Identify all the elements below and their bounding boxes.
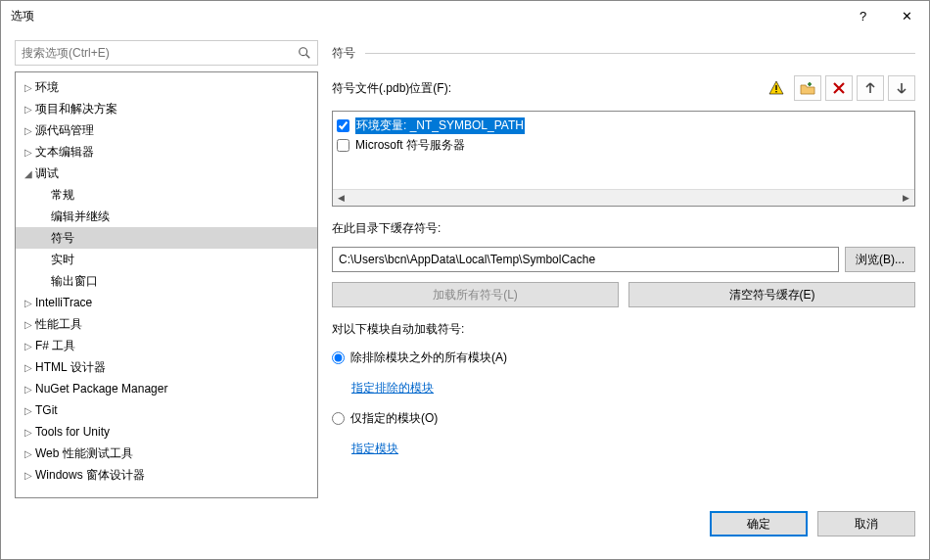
options-tree[interactable]: ▷环境▷项目和解决方案▷源代码管理▷文本编辑器◢调试常规编辑并继续符号实时输出窗… [15, 71, 318, 498]
svg-line-1 [306, 55, 310, 59]
locations-label: 符号文件(.pdb)位置(F): [332, 80, 751, 97]
browse-button[interactable]: 浏览(B)... [845, 247, 915, 272]
tree-item[interactable]: ▷Tools for Unity [16, 421, 317, 443]
add-folder-button[interactable] [794, 75, 821, 101]
list-item-checkbox[interactable] [337, 139, 349, 152]
tree-item[interactable]: ▷源代码管理 [16, 119, 317, 141]
auto-load-label: 对以下模块自动加载符号: [332, 321, 915, 338]
ok-button[interactable]: 确定 [710, 511, 808, 537]
svg-rect-3 [775, 91, 776, 92]
tree-item[interactable]: ◢调试 [16, 163, 317, 184]
help-button[interactable]: ? [841, 1, 885, 30]
tree-item-label: Tools for Unity [35, 425, 110, 439]
tree-item[interactable]: 编辑并继续 [16, 206, 317, 227]
tree-item[interactable]: ▷IntelliTrace [16, 292, 317, 313]
expand-icon[interactable]: ▷ [22, 448, 35, 459]
expand-icon[interactable]: ▷ [22, 298, 35, 308]
expand-icon[interactable]: ▷ [22, 341, 35, 351]
scroll-right-icon[interactable]: ▶ [898, 190, 914, 206]
tree-item-label: 环境 [35, 79, 59, 96]
delete-button[interactable] [825, 75, 853, 101]
expand-icon[interactable]: ▷ [22, 125, 35, 136]
expand-icon[interactable]: ▷ [22, 104, 35, 115]
radio-only-specified[interactable]: 仅指定的模块(O) [332, 408, 915, 429]
tree-item-label: 符号 [51, 230, 74, 247]
search-input[interactable] [16, 41, 292, 65]
list-item-text: 环境变量: _NT_SYMBOL_PATH [355, 117, 525, 134]
tree-item[interactable]: ▷HTML 设计器 [16, 356, 317, 378]
tree-item-label: 调试 [35, 165, 59, 182]
radio-only-input[interactable] [332, 412, 345, 425]
expand-icon[interactable]: ◢ [22, 168, 35, 179]
load-all-symbols-button[interactable]: 加载所有符号(L) [332, 282, 619, 307]
list-item-text: Microsoft 符号服务器 [355, 137, 465, 154]
tree-item-label: 编辑并继续 [51, 209, 110, 225]
tree-item[interactable]: ▷文本编辑器 [16, 141, 317, 163]
svg-rect-2 [775, 85, 776, 90]
list-item-checkbox[interactable] [337, 119, 349, 132]
search-icon[interactable] [292, 46, 317, 60]
tree-item[interactable]: 符号 [16, 227, 317, 249]
tree-item-label: 常规 [51, 187, 74, 204]
panel-header: 符号 [332, 45, 355, 62]
tree-item[interactable]: ▷TGit [16, 399, 317, 421]
cache-path-input[interactable] [332, 247, 839, 272]
warning-icon[interactable] [763, 75, 790, 101]
tree-item[interactable]: ▷NuGet Package Manager [16, 378, 317, 399]
expand-icon[interactable]: ▷ [22, 362, 35, 373]
tree-item[interactable]: 常规 [16, 184, 317, 206]
expand-icon[interactable]: ▷ [22, 82, 35, 93]
list-item[interactable]: Microsoft 符号服务器 [337, 135, 910, 155]
tree-item-label: 源代码管理 [35, 122, 94, 139]
tree-item[interactable]: ▷Windows 窗体设计器 [16, 464, 317, 486]
tree-item-label: 输出窗口 [51, 273, 98, 290]
tree-item-label: 性能工具 [35, 316, 82, 333]
tree-item[interactable]: ▷环境 [16, 76, 317, 98]
scroll-track[interactable] [349, 190, 898, 206]
expand-icon[interactable]: ▷ [22, 405, 35, 416]
move-down-button[interactable] [888, 75, 915, 101]
tree-item-label: HTML 设计器 [35, 359, 106, 376]
tree-item[interactable]: ▷Web 性能测试工具 [16, 443, 317, 464]
tree-item-label: 项目和解决方案 [35, 101, 117, 117]
divider [365, 53, 915, 54]
list-item[interactable]: 环境变量: _NT_SYMBOL_PATH [337, 116, 910, 135]
empty-cache-button[interactable]: 清空符号缓存(E) [628, 282, 915, 307]
expand-icon[interactable]: ▷ [22, 319, 35, 330]
tree-item-label: F# 工具 [35, 338, 75, 354]
move-up-button[interactable] [857, 75, 884, 101]
tree-item-label: TGit [35, 403, 58, 417]
cancel-button[interactable]: 取消 [817, 511, 915, 537]
expand-icon[interactable]: ▷ [22, 470, 35, 481]
expand-icon[interactable]: ▷ [22, 384, 35, 395]
tree-item-label: NuGet Package Manager [35, 382, 167, 396]
radio-only-label: 仅指定的模块(O) [350, 410, 438, 427]
search-input-wrap [15, 40, 318, 66]
scroll-left-icon[interactable]: ◀ [333, 190, 349, 206]
window-title: 选项 [11, 8, 841, 24]
tree-item[interactable]: ▷项目和解决方案 [16, 98, 317, 119]
tree-item[interactable]: ▷性能工具 [16, 313, 317, 335]
tree-item[interactable]: ▷F# 工具 [16, 335, 317, 356]
svg-point-0 [300, 48, 307, 56]
tree-item-label: 实时 [51, 252, 74, 268]
tree-item-label: 文本编辑器 [35, 144, 94, 161]
close-button[interactable]: ✕ [885, 1, 929, 30]
specify-modules-link[interactable]: 指定模块 [351, 439, 915, 459]
tree-item-label: Windows 窗体设计器 [35, 467, 145, 484]
radio-all-input[interactable] [332, 351, 345, 364]
horizontal-scrollbar[interactable]: ◀ ▶ [333, 189, 914, 206]
symbol-locations-list[interactable]: 环境变量: _NT_SYMBOL_PATHMicrosoft 符号服务器 ◀ ▶ [332, 111, 915, 207]
tree-item-label: IntelliTrace [35, 296, 92, 309]
radio-all-label: 除排除模块之外的所有模块(A) [350, 350, 507, 366]
expand-icon[interactable]: ▷ [22, 427, 35, 438]
radio-all-except-excluded[interactable]: 除排除模块之外的所有模块(A) [332, 348, 915, 368]
tree-item[interactable]: 输出窗口 [16, 270, 317, 292]
cache-label: 在此目录下缓存符号: [332, 220, 915, 237]
tree-item-label: Web 性能测试工具 [35, 445, 133, 462]
tree-item[interactable]: 实时 [16, 249, 317, 270]
specify-excluded-link[interactable]: 指定排除的模块 [351, 378, 915, 398]
expand-icon[interactable]: ▷ [22, 147, 35, 158]
